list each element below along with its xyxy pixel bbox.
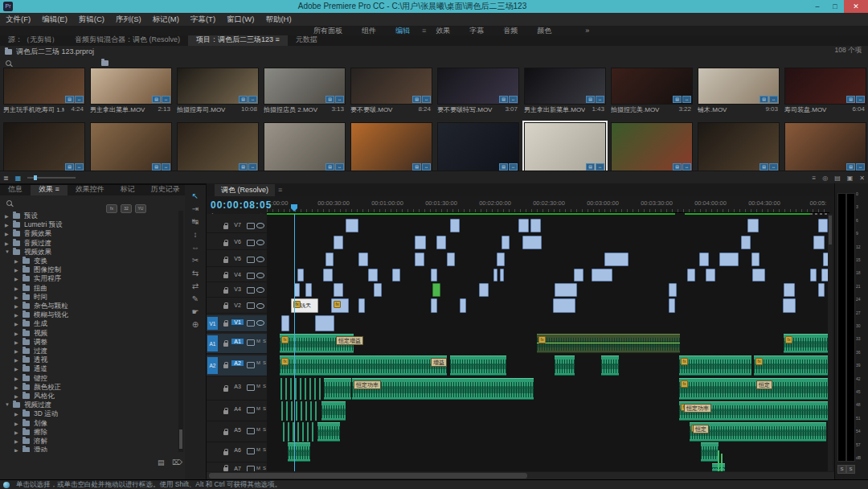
effects-tab[interactable]: 标记 <box>113 185 143 195</box>
effects-tree-item[interactable]: ▶键控 <box>0 374 178 383</box>
audio-transition-label[interactable]: 增益 <box>431 358 447 367</box>
audio-clip[interactable] <box>701 442 719 462</box>
project-clip-thumbnail[interactable]: ▤↔ <box>437 122 519 172</box>
tree-arrow-icon[interactable]: ▶ <box>14 321 18 327</box>
audio-clip[interactable] <box>450 355 506 376</box>
source-patch-A2[interactable]: A2 <box>207 357 218 374</box>
project-clip-thumbnail[interactable]: ▤↔ <box>437 68 519 105</box>
clip-name[interactable]: 要不要啵.MOV <box>350 105 411 114</box>
project-clip-thumbnail[interactable]: ▤↔ <box>350 68 432 105</box>
toggle-track-output-icon[interactable] <box>256 240 264 245</box>
track-output-icon[interactable] <box>247 466 255 471</box>
mute-button[interactable]: M <box>256 406 260 411</box>
track-header-A2[interactable]: A2A2MS <box>207 355 267 376</box>
effects-tree-item[interactable]: ▶扭曲 <box>0 284 178 293</box>
tree-arrow-icon[interactable]: ▶ <box>5 240 9 246</box>
video-clip[interactable] <box>741 236 751 249</box>
video-clip[interactable] <box>574 269 583 281</box>
solo-button[interactable]: S <box>263 339 266 343</box>
track-output-icon[interactable] <box>247 362 255 368</box>
audio-transition-label[interactable]: 恒定 <box>756 380 772 389</box>
time-ruler[interactable]: :00:0000:00:30:0000:01:00:0000:01:30:000… <box>267 198 829 213</box>
video-clip[interactable] <box>818 219 828 232</box>
project-tab[interactable]: 元数据 <box>288 35 326 46</box>
toggle-track-output-icon[interactable] <box>256 320 264 326</box>
new-bin-icon[interactable]: ▤ <box>834 175 841 182</box>
track-name-V5[interactable]: V5 <box>231 256 244 261</box>
tree-arrow-icon[interactable]: ▶ <box>14 294 18 300</box>
tree-arrow-icon[interactable]: ▶ <box>14 421 18 426</box>
audio-clip[interactable]: fx <box>784 334 829 353</box>
track-header-V3[interactable]: V3 <box>207 283 267 298</box>
audio-clip[interactable]: fx <box>537 334 680 353</box>
new-item-icon[interactable]: ▣ <box>847 175 854 182</box>
track-header-V5[interactable]: V5 <box>207 253 267 267</box>
video-clip[interactable] <box>358 253 368 266</box>
video-clip[interactable] <box>294 283 300 297</box>
new-custom-bin-icon[interactable]: ▤ <box>158 458 165 466</box>
project-tab[interactable]: 音频剪辑混合器：调色 (Resolve) <box>67 35 188 46</box>
menu-item[interactable]: 序列(S) <box>110 14 147 25</box>
tree-arrow-icon[interactable]: ▼ <box>5 249 10 254</box>
delete-icon[interactable]: ⌦ <box>172 458 182 466</box>
menu-item[interactable]: 剪辑(C) <box>73 14 110 25</box>
project-clip-thumbnail[interactable]: ▤↔ <box>524 68 606 105</box>
effects-tree-item[interactable]: ▶滑动 <box>0 446 178 452</box>
solo-button[interactable]: S <box>263 447 266 452</box>
audio-clip[interactable] <box>324 378 351 400</box>
track-output-icon[interactable] <box>247 384 255 391</box>
lock-icon[interactable] <box>223 410 228 414</box>
video-clip[interactable] <box>326 253 334 266</box>
track-output-icon[interactable] <box>247 320 255 327</box>
slip-tool[interactable]: ⇆ <box>185 267 206 279</box>
track-output-icon[interactable] <box>247 223 255 229</box>
mute-button[interactable]: M <box>256 427 260 432</box>
track-name-A4[interactable]: A4 <box>231 406 244 412</box>
video-clip[interactable] <box>747 219 759 232</box>
audio-clip[interactable]: fx恒定增益 <box>280 334 354 353</box>
video-clip[interactable] <box>392 269 400 281</box>
volume-keyframe-line[interactable] <box>690 431 826 432</box>
tree-arrow-icon[interactable]: ▶ <box>14 303 18 309</box>
track-header-V4[interactable]: V4 <box>207 269 267 282</box>
tree-arrow-icon[interactable]: ▶ <box>14 438 18 444</box>
slider-thumb[interactable] <box>34 175 37 180</box>
workspace-tab-所有面板[interactable]: 所有面板 <box>313 26 342 36</box>
workspace-tab-效果[interactable]: 效果 <box>436 26 450 36</box>
audio-clip[interactable]: fx恒定 <box>679 378 829 400</box>
video-clip[interactable]: fx <box>331 298 349 313</box>
playhead-line[interactable] <box>294 214 295 471</box>
effects-tree-item[interactable]: ▶杂色与颗粒 <box>0 302 178 310</box>
tree-arrow-icon[interactable]: ▶ <box>5 213 9 219</box>
audio-transition-label[interactable]: 恒定增益 <box>336 336 363 345</box>
track-name-A5[interactable]: A5 <box>231 427 244 433</box>
tree-arrow-icon[interactable]: ▶ <box>14 339 18 345</box>
menu-item[interactable]: 编辑(E) <box>36 14 73 25</box>
rate-stretch-tool[interactable]: ⇔ <box>185 241 206 253</box>
track-header-A6[interactable]: A6MS <box>207 442 267 462</box>
project-clip-thumbnail[interactable]: ▤↔ <box>698 68 780 105</box>
volume-keyframe-line[interactable] <box>288 451 310 452</box>
tree-arrow-icon[interactable]: ▶ <box>14 384 18 390</box>
track-name-A2[interactable]: A2 <box>231 360 244 366</box>
tree-arrow-icon[interactable]: ▶ <box>14 447 18 452</box>
tree-arrow-icon[interactable]: ▶ <box>5 231 9 236</box>
video-clip[interactable] <box>522 236 542 249</box>
track-header-V1[interactable]: V1V1 <box>207 315 267 332</box>
audio-clip[interactable] <box>317 422 340 442</box>
project-clip-thumbnail[interactable]: ▤↔ <box>350 122 432 172</box>
project-clip-thumbnail[interactable]: ▤↔ <box>698 122 780 172</box>
tree-arrow-icon[interactable]: ▶ <box>14 286 18 291</box>
track-output-icon[interactable] <box>247 448 255 454</box>
volume-keyframe-line[interactable] <box>679 364 751 365</box>
effects-tab[interactable]: 信息 <box>0 185 31 195</box>
list-view-icon[interactable]: ≣ <box>3 175 9 182</box>
panel-menu-icon[interactable]: ≡ <box>422 27 426 35</box>
video-clip[interactable] <box>810 269 817 281</box>
audio-clip[interactable] <box>280 378 322 400</box>
video-clip[interactable] <box>415 236 426 249</box>
menu-item[interactable]: 字幕(T) <box>185 14 221 25</box>
video-clip[interactable] <box>346 219 358 232</box>
video-clip[interactable] <box>415 253 424 266</box>
clip-name[interactable]: 男主拿出菜单.MOV <box>90 105 151 114</box>
